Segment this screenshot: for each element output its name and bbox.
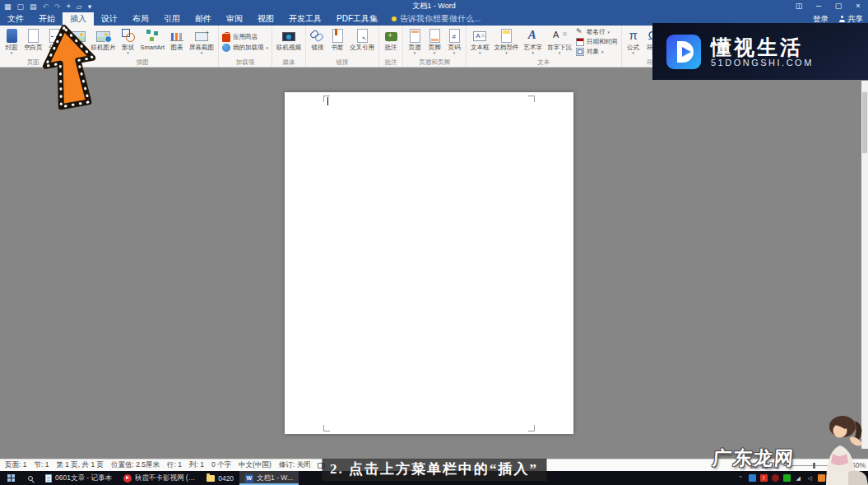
shapes-button[interactable]: 形状▾ [118,26,138,58]
status-item[interactable]: 节: 1 [34,460,49,470]
vertical-scrollbar[interactable] [861,81,868,449]
my-addins-icon [222,44,230,52]
hyperlink-icon [310,28,325,43]
scrollbar-thumb[interactable] [862,92,867,153]
object-button[interactable]: 对象▾ [576,48,618,56]
hyperlink-button[interactable]: 链接 [308,26,327,58]
status-item[interactable]: 列: 1 [189,460,204,470]
ribbon-display-options-icon[interactable]: ◫ [789,0,809,12]
dropdown-arrow-icon: ▾ [601,50,604,54]
alert-icon[interactable]: ! [760,474,768,482]
video-site-window-label: 秋霞不卡影视网 (… [135,473,195,483]
object-icon [576,48,584,56]
dropdown-arrow-icon: ▾ [479,51,481,55]
my-addins-button[interactable]: 我的加载项▾ [222,44,268,52]
online-video-button[interactable]: 联机视频 [274,26,304,58]
dongshi-logo-icon [666,34,702,70]
folder-icon [207,475,215,482]
ribbon-group-label: 加载项 [220,58,270,67]
shapes-icon [121,28,136,43]
cover-page-icon [7,29,17,43]
window-controls: ◫─▢× [789,0,868,12]
folder-window[interactable]: 0420 [201,471,239,485]
start-button[interactable] [0,471,21,485]
lightbulb-icon [392,16,397,21]
bookmark-icon [332,29,343,43]
tab-PDF工具集[interactable]: PDF工具集 [329,12,385,26]
word-icon [245,474,253,483]
record-icon[interactable] [772,474,779,482]
header-icon [410,29,420,43]
smartart-button[interactable]: SmartArt [138,26,168,58]
tab-审阅[interactable]: 审阅 [219,12,250,26]
text-cursor [327,97,328,105]
dropdown-arrow-icon: ▾ [505,51,508,55]
tell-me-box[interactable]: 告诉我你想要做什么... [392,12,480,26]
header-button[interactable]: 页眉▾ [405,26,425,58]
video-site-window[interactable]: 秋霞不卡影视网 (… [118,471,201,485]
status-item[interactable]: 页面: 1 [5,460,26,470]
page-number-button[interactable]: 页码▾ [444,26,464,58]
tab-布局[interactable]: 布局 [125,12,156,26]
footer-button[interactable]: 页脚▾ [425,26,444,58]
signature-line-icon [576,28,584,36]
ribbon-tabs: 文件开始插入设计布局引用邮件审阅视图开发工具PDF工具集 [0,12,385,26]
dropdown-arrow-icon: ▾ [453,51,456,55]
cover-page-button[interactable]: 封面▾ [2,26,21,58]
equation-button[interactable]: 公式▾ [624,26,643,58]
tab-文件[interactable]: 文件 [0,12,31,26]
close-icon[interactable]: × [848,0,868,12]
dropdown-arrow-icon: ▾ [414,51,416,55]
tab-视图[interactable]: 视图 [250,12,281,26]
tab-开始[interactable]: 开始 [31,12,63,26]
signature-line-button[interactable]: 签名行▾ [576,28,618,36]
dropdown-arrow-icon: ▾ [11,51,13,55]
ribbon-group-加载项: 应用商店我的加载项▾加载项 [219,26,272,67]
title-bar: ▦▢▤↶↷⌖▱▾ 文档1 - Word ◫─▢× [0,0,868,12]
drop-cap-button[interactable]: 首字下沉▾ [545,26,574,58]
tab-引用[interactable]: 引用 [156,12,188,26]
mail-icon[interactable] [783,474,791,482]
word-window[interactable]: 文档1 - W... [239,471,299,485]
comment-button[interactable]: 批注 [381,26,401,58]
date-time-button[interactable]: 日期和时间 [576,38,618,46]
restore-icon[interactable]: ▢ [829,0,848,12]
date-time-label: 日期和时间 [587,38,618,46]
status-item[interactable]: 中文(中国) [239,460,272,470]
status-item[interactable]: 修订: 关闭 [279,460,311,470]
comment-icon [385,32,397,41]
cross-reference-icon [357,29,368,43]
chart-button[interactable]: 图表 [167,26,187,58]
status-item[interactable]: 0 个字 [211,460,231,470]
video-app-icon [123,474,132,483]
margin-crop-mark [323,96,330,102]
bookmark-button[interactable]: 书签 [327,26,347,58]
hyperlink-label: 链接 [312,44,324,51]
screenshot-icon [195,32,208,41]
taskbar-search-button[interactable] [21,471,39,485]
quick-parts-button[interactable]: 文档部件▾ [492,26,522,58]
text-box-button[interactable]: 文本框▾ [468,26,492,58]
online-video-label: 联机视频 [276,44,301,51]
status-item[interactable]: 位置值: 2.5厘米 [111,460,160,470]
tab-开发工具[interactable]: 开发工具 [281,12,329,26]
tab-邮件[interactable]: 邮件 [188,12,219,26]
wordart-button[interactable]: 艺术字▾ [522,26,545,58]
decorative-figure [809,414,868,485]
equation-icon [626,28,641,43]
notepad-window-label: 0601文章 - 记事本 [55,473,112,483]
cross-reference-button[interactable]: 交叉引用 [347,26,377,58]
minimize-icon[interactable]: ─ [809,0,829,12]
status-item[interactable]: 行: 1 [167,460,182,470]
screenshot-button[interactable]: 屏幕截图▾ [187,26,216,58]
document-page[interactable] [285,92,573,434]
status-item[interactable]: 第 1 页, 共 1 页 [56,460,104,470]
defender-icon[interactable] [749,474,756,482]
brand-site: 51DONGSHI.COM [711,58,814,68]
margin-crop-mark [528,96,535,102]
network-icon[interactable]: ◢ [795,474,802,482]
store-button[interactable]: 应用商店 [222,32,268,42]
notepad-window[interactable]: 0601文章 - 记事本 [39,471,118,485]
dropdown-arrow-icon: ▾ [632,51,634,55]
hidden-icons-icon[interactable]: ⌃ [737,474,745,482]
